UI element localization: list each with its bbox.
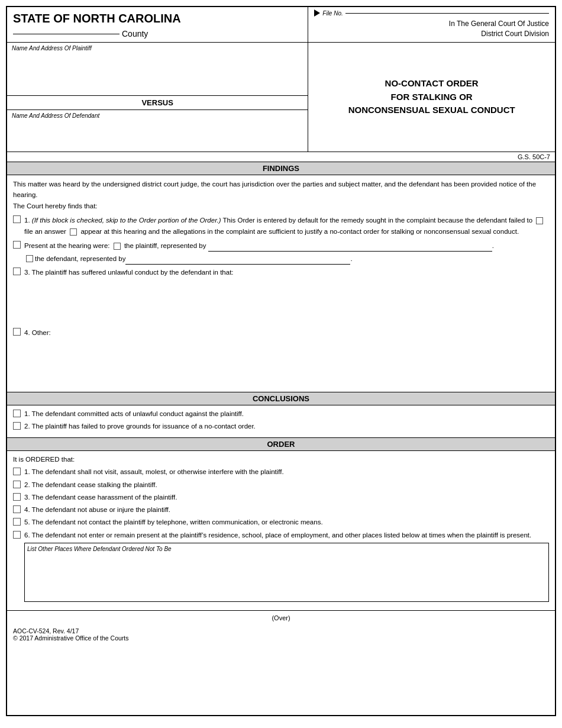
defendant-box: Name And Address Of Defendant (7, 110, 308, 152)
item3-content: 3. The plaintiff has suffered unlawful c… (24, 267, 549, 325)
form-number: AOC-CV-524, Rev. 4/17 (13, 627, 128, 634)
order-item1-text: 1. The defendant shall not visit, assaul… (24, 467, 284, 477)
checkbox-concl2[interactable] (13, 422, 21, 430)
order-item-2: 2. The defendant cease stalking the plai… (13, 480, 549, 490)
item3-text: 3. The plaintiff has suffered unlawful c… (24, 269, 234, 276)
order-content: It is ORDERED that: 1. The defendant sha… (7, 451, 555, 610)
checkbox-order5[interactable] (13, 518, 21, 526)
findings-header-label: FINDINGS (226, 162, 335, 175)
findings-content: This matter was heard by the undersigned… (7, 175, 555, 392)
checkbox-order3[interactable] (13, 493, 21, 501)
item1-end: and the allegations in the complaint are… (148, 228, 519, 235)
copyright: © 2017 Administrative Office of the Cour… (13, 634, 128, 642)
document-page: STATE OF NORTH CAROLINA County File No. … (6, 6, 556, 716)
item2-defendant-label: the defendant, represented by (35, 253, 125, 264)
checkbox-defendant-present[interactable] (26, 255, 33, 262)
order-item3-text: 3. The defendant cease harassment of the… (24, 492, 177, 502)
checkbox-item4[interactable] (13, 328, 21, 336)
checkbox-order4[interactable] (13, 505, 21, 513)
order-item-6: 6. The defendant not enter or remain pre… (13, 530, 549, 604)
findings-item-1: 1. (If this block is checked, skip to th… (13, 215, 549, 237)
findings-header-right (336, 162, 555, 175)
findings-intro: This matter was heard by the undersigned… (13, 179, 549, 201)
county-line: County (13, 29, 302, 38)
order-item5-text: 5. The defendant not contact the plainti… (24, 517, 323, 527)
order-header-row: ORDER (7, 438, 555, 451)
checkbox-order2[interactable] (13, 481, 21, 488)
checkbox-appear[interactable] (70, 228, 77, 236)
over-label: (Over) (272, 614, 290, 621)
item4-text: 4. Other: (24, 329, 51, 336)
conclusions-header-right (336, 392, 555, 405)
order-title: NO-CONTACT ORDER FOR STALKING OR NONCONS… (348, 77, 515, 117)
findings-item-2: Present at the hearing were: the plainti… (13, 240, 549, 265)
checkbox-item1[interactable] (13, 215, 21, 223)
conclusions-item-1: 1. The defendant committed acts of unlaw… (13, 409, 549, 419)
footer-bottom: AOC-CV-524, Rev. 4/17 © 2017 Administrat… (7, 625, 555, 644)
checkbox-item2[interactable] (13, 241, 21, 249)
court-info: In The General Court Of Justice District… (314, 19, 549, 39)
conclusions-item2-text: 2. The plaintiff has failed to prove gro… (24, 421, 256, 431)
header-right: File No. In The General Court Of Justice… (308, 7, 555, 42)
conclusions-header-label: CONCLUSIONS (226, 392, 335, 405)
conclusions-content: 1. The defendant committed acts of unlaw… (7, 405, 555, 439)
order-title-line3: NONCONSENSUAL SEXUAL CONDUCT (348, 104, 515, 117)
checkbox-order6[interactable] (13, 531, 21, 539)
order-title-line2: FOR STALKING OR (348, 91, 515, 104)
defendant-rep-field[interactable] (125, 253, 350, 264)
order-intro: It is ORDERED that: (13, 455, 549, 465)
plaintiff-rep-field[interactable] (208, 240, 492, 252)
item1-text: This Order is entered by default for the… (223, 217, 533, 224)
plaintiff-label: Name And Address Of Plaintiff (12, 45, 303, 51)
conclusions-header-left (7, 392, 226, 405)
parties-section: Name And Address Of Plaintiff VERSUS Nam… (7, 43, 555, 152)
findings-header-row: FINDINGS (7, 162, 555, 175)
checkbox-order1[interactable] (13, 468, 21, 475)
defendant-label: Name And Address Of Defendant (12, 112, 303, 119)
court-finds: The Court hereby finds that: (13, 201, 549, 211)
parties-right: NO-CONTACT ORDER FOR STALKING OR NONCONS… (308, 43, 555, 152)
order-item-5: 5. The defendant not contact the plainti… (13, 517, 549, 527)
court-line2: District Court Division (314, 29, 549, 39)
item1-italic: (If this block is checked, skip to the O… (32, 217, 221, 224)
checkbox-concl1[interactable] (13, 410, 21, 417)
state-title: STATE OF NORTH CAROLINA (13, 12, 302, 25)
order-item6-write-box[interactable]: List Other Places Where Defendant Ordere… (24, 543, 549, 602)
checkbox-item3[interactable] (13, 268, 21, 275)
parties-left: Name And Address Of Plaintiff VERSUS Nam… (7, 43, 308, 152)
form-info: AOC-CV-524, Rev. 4/17 © 2017 Administrat… (13, 627, 128, 642)
item1-file: file an answer (24, 228, 66, 235)
header-section: STATE OF NORTH CAROLINA County File No. … (7, 7, 555, 43)
order-item4-text: 4. The defendant not abuse or injure the… (24, 505, 170, 515)
footer-over: (Over) (7, 610, 555, 625)
item2-text: Present at the hearing were: (24, 242, 109, 249)
checkbox-plaintiff-present[interactable] (114, 243, 121, 250)
order-title-line1: NO-CONTACT ORDER (348, 77, 515, 91)
conclusions-item1-text: 1. The defendant committed acts of unlaw… (24, 409, 244, 419)
item2-content: Present at the hearing were: the plainti… (24, 240, 549, 265)
order-item6-content: 6. The defendant not enter or remain pre… (24, 530, 549, 604)
triangle-icon (314, 9, 320, 17)
order-item2-text: 2. The defendant cease stalking the plai… (24, 480, 157, 490)
checkbox-file-answer[interactable] (536, 217, 543, 224)
item3-write-space (24, 278, 549, 325)
item1-appear: appear at this hearing (80, 228, 146, 235)
item4-content: 4. Other: (24, 327, 549, 385)
order-item-1: 1. The defendant shall not visit, assaul… (13, 467, 549, 477)
plaintiff-box: Name And Address Of Plaintiff (7, 43, 308, 96)
versus-label: VERSUS (7, 96, 308, 110)
item1-content: 1. (If this block is checked, skip to th… (24, 215, 549, 237)
header-left: STATE OF NORTH CAROLINA County (7, 7, 308, 42)
item1-num: 1. (24, 217, 32, 224)
order-header-label: ORDER (226, 438, 335, 450)
order-item6-text: 6. The defendant not enter or remain pre… (24, 531, 531, 539)
order-item-3: 3. The defendant cease harassment of the… (13, 492, 549, 502)
court-line1: In The General Court Of Justice (314, 19, 549, 29)
conclusions-item-2: 2. The plaintiff has failed to prove gro… (13, 421, 549, 431)
findings-header-left (7, 162, 226, 175)
item2-plaintiff-label: the plaintiff, represented by (124, 242, 206, 249)
file-no-label: File No. (322, 10, 343, 17)
order-header-left (7, 438, 226, 450)
order-item-4: 4. The defendant not abuse or injure the… (13, 505, 549, 515)
order-item6-list-label: List Other Places Where Defendant Ordere… (25, 543, 548, 555)
